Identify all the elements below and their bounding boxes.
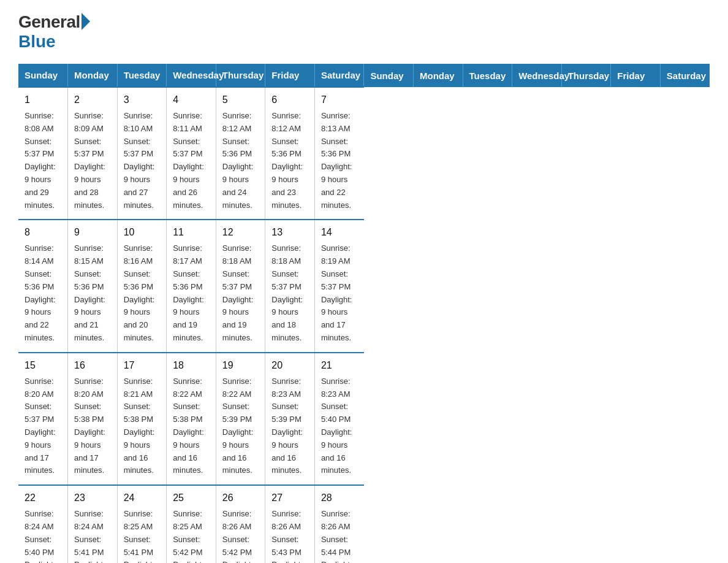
calendar-cell: 15Sunrise: 8:20 AMSunset: 5:37 PMDayligh… [18,353,68,485]
day-info: Sunrise: 8:22 AMSunset: 5:38 PMDaylight:… [173,377,204,475]
day-info: Sunrise: 8:12 AMSunset: 5:36 PMDaylight:… [271,111,303,210]
day-info: Sunrise: 8:09 AMSunset: 5:37 PMDaylight:… [74,111,105,210]
calendar-cell: 18Sunrise: 8:22 AMSunset: 5:38 PMDayligh… [167,353,216,485]
day-info: Sunrise: 8:26 AMSunset: 5:43 PMDaylight:… [271,509,303,563]
calendar-cell: 8Sunrise: 8:14 AMSunset: 5:36 PMDaylight… [18,220,68,352]
logo-blue-text: Blue [18,32,56,52]
col-header-saturday: Saturday [660,64,710,87]
calendar-cell: 27Sunrise: 8:26 AMSunset: 5:43 PMDayligh… [265,485,315,563]
col-header-friday: Friday [265,64,315,87]
col-header-tuesday: Tuesday [117,64,167,87]
col-header-thursday: Thursday [216,64,265,87]
col-header-tuesday: Tuesday [463,64,512,87]
calendar-table: SundayMondayTuesdayWednesdayThursdayFrid… [18,64,710,563]
day-number: 6 [271,93,308,107]
day-info: Sunrise: 8:19 AMSunset: 5:37 PMDaylight:… [321,243,352,342]
day-number: 14 [321,225,358,240]
calendar-cell: 17Sunrise: 8:21 AMSunset: 5:38 PMDayligh… [117,353,167,485]
day-info: Sunrise: 8:22 AMSunset: 5:39 PMDaylight:… [222,377,254,475]
day-number: 16 [74,358,111,373]
day-info: Sunrise: 8:23 AMSunset: 5:39 PMDaylight:… [271,377,303,475]
day-info: Sunrise: 8:20 AMSunset: 5:37 PMDaylight:… [25,377,56,475]
calendar-cell: 6Sunrise: 8:12 AMSunset: 5:36 PMDaylight… [265,87,315,220]
day-info: Sunrise: 8:26 AMSunset: 5:42 PMDaylight:… [222,509,254,563]
day-info: Sunrise: 8:26 AMSunset: 5:44 PMDaylight:… [321,509,352,563]
day-number: 21 [321,358,358,373]
day-number: 1 [25,93,61,107]
day-info: Sunrise: 8:08 AMSunset: 5:37 PMDaylight:… [25,111,56,210]
calendar-cell: 14Sunrise: 8:19 AMSunset: 5:37 PMDayligh… [314,220,364,352]
day-number: 18 [173,358,210,373]
calendar-cell: 1Sunrise: 8:08 AMSunset: 5:37 PMDaylight… [18,87,68,220]
calendar-week-4: 22Sunrise: 8:24 AMSunset: 5:40 PMDayligh… [18,485,710,563]
day-number: 3 [124,93,161,107]
day-number: 12 [222,225,259,240]
day-number: 26 [222,491,259,505]
col-header-sunday: Sunday [364,64,414,87]
day-info: Sunrise: 8:13 AMSunset: 5:36 PMDaylight:… [321,111,352,210]
calendar-cell: 10Sunrise: 8:16 AMSunset: 5:36 PMDayligh… [117,220,167,352]
day-info: Sunrise: 8:25 AMSunset: 5:41 PMDaylight:… [124,509,155,563]
col-header-wednesday: Wednesday [512,64,562,87]
day-info: Sunrise: 8:24 AMSunset: 5:41 PMDaylight:… [74,509,105,563]
calendar-cell: 3Sunrise: 8:10 AMSunset: 5:37 PMDaylight… [117,87,167,220]
day-info: Sunrise: 8:17 AMSunset: 5:36 PMDaylight:… [173,243,204,342]
calendar-cell: 2Sunrise: 8:09 AMSunset: 5:37 PMDaylight… [68,87,118,220]
day-number: 8 [25,225,61,240]
calendar-week-3: 15Sunrise: 8:20 AMSunset: 5:37 PMDayligh… [18,353,710,485]
day-number: 11 [173,225,210,240]
col-header-saturday: Saturday [314,64,364,87]
col-header-sunday: Sunday [18,64,68,87]
day-number: 20 [271,358,308,373]
calendar-cell: 24Sunrise: 8:25 AMSunset: 5:41 PMDayligh… [117,485,167,563]
calendar-cell: 22Sunrise: 8:24 AMSunset: 5:40 PMDayligh… [18,485,68,563]
day-info: Sunrise: 8:25 AMSunset: 5:42 PMDaylight:… [173,509,204,563]
col-header-monday: Monday [68,64,118,87]
day-info: Sunrise: 8:24 AMSunset: 5:40 PMDaylight:… [25,509,56,563]
day-info: Sunrise: 8:21 AMSunset: 5:38 PMDaylight:… [124,377,155,475]
col-header-friday: Friday [611,64,661,87]
calendar-header-row: SundayMondayTuesdayWednesdayThursdayFrid… [18,64,710,87]
day-number: 10 [124,225,161,240]
col-header-wednesday: Wednesday [167,64,216,87]
day-info: Sunrise: 8:14 AMSunset: 5:36 PMDaylight:… [25,243,56,342]
day-info: Sunrise: 8:20 AMSunset: 5:38 PMDaylight:… [74,377,105,475]
calendar-cell: 12Sunrise: 8:18 AMSunset: 5:37 PMDayligh… [216,220,265,352]
day-number: 5 [222,93,259,107]
calendar-cell: 19Sunrise: 8:22 AMSunset: 5:39 PMDayligh… [216,353,265,485]
day-number: 17 [124,358,161,373]
day-number: 2 [74,93,111,107]
calendar-cell: 21Sunrise: 8:23 AMSunset: 5:40 PMDayligh… [314,353,364,485]
calendar-week-1: 1Sunrise: 8:08 AMSunset: 5:37 PMDaylight… [18,87,710,220]
calendar-cell: 26Sunrise: 8:26 AMSunset: 5:42 PMDayligh… [216,485,265,563]
day-number: 4 [173,93,210,107]
calendar-cell: 25Sunrise: 8:25 AMSunset: 5:42 PMDayligh… [167,485,216,563]
day-number: 9 [74,225,111,240]
day-number: 28 [321,491,358,505]
day-number: 25 [173,491,210,505]
day-info: Sunrise: 8:16 AMSunset: 5:36 PMDaylight:… [124,243,155,342]
day-number: 23 [74,491,111,505]
calendar-cell: 9Sunrise: 8:15 AMSunset: 5:36 PMDaylight… [68,220,118,352]
col-header-monday: Monday [414,64,463,87]
day-number: 7 [321,93,358,107]
calendar-cell: 23Sunrise: 8:24 AMSunset: 5:41 PMDayligh… [68,485,118,563]
calendar-cell: 7Sunrise: 8:13 AMSunset: 5:36 PMDaylight… [314,87,364,220]
col-header-thursday: Thursday [561,64,611,87]
calendar-cell: 4Sunrise: 8:11 AMSunset: 5:37 PMDaylight… [167,87,216,220]
calendar-week-2: 8Sunrise: 8:14 AMSunset: 5:36 PMDaylight… [18,220,710,352]
day-info: Sunrise: 8:18 AMSunset: 5:37 PMDaylight:… [222,243,254,342]
logo: General Blue [18,12,90,52]
day-info: Sunrise: 8:12 AMSunset: 5:36 PMDaylight:… [222,111,254,210]
day-number: 24 [124,491,161,505]
day-info: Sunrise: 8:10 AMSunset: 5:37 PMDaylight:… [124,111,155,210]
calendar-cell: 13Sunrise: 8:18 AMSunset: 5:37 PMDayligh… [265,220,315,352]
day-number: 13 [271,225,308,240]
day-info: Sunrise: 8:15 AMSunset: 5:36 PMDaylight:… [74,243,105,342]
calendar-cell: 28Sunrise: 8:26 AMSunset: 5:44 PMDayligh… [314,485,364,563]
page-header: General Blue [18,12,710,52]
day-info: Sunrise: 8:23 AMSunset: 5:40 PMDaylight:… [321,377,352,475]
calendar-cell: 16Sunrise: 8:20 AMSunset: 5:38 PMDayligh… [68,353,118,485]
logo-general-text: General [18,12,80,32]
day-info: Sunrise: 8:18 AMSunset: 5:37 PMDaylight:… [271,243,303,342]
